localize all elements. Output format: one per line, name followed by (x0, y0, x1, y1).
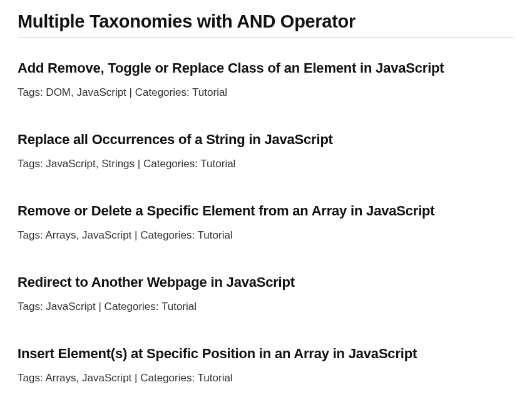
meta-separator: | (135, 158, 143, 170)
post-item: Add Remove, Toggle or Replace Class of a… (18, 60, 514, 99)
categories-label: Categories: (105, 301, 161, 312)
tags-label: Tags: (18, 301, 46, 312)
post-title-link[interactable]: Replace all Occurrences of a String in J… (18, 131, 514, 148)
post-tags[interactable]: JavaScript, Strings (46, 158, 135, 170)
post-title-link[interactable]: Add Remove, Toggle or Replace Class of a… (18, 60, 514, 76)
tags-label: Tags: (18, 86, 46, 98)
post-item: Insert Element(s) at Specific Position i… (18, 346, 514, 384)
meta-separator: | (96, 301, 105, 312)
categories-label: Categories: (135, 86, 192, 98)
post-tags[interactable]: Arrays, JavaScript (45, 229, 131, 241)
meta-separator: | (131, 372, 140, 384)
page-title: Multiple Taxonomies with AND Operator (18, 11, 514, 38)
categories-label: Categories: (140, 229, 197, 241)
post-categories[interactable]: Tutorial (198, 372, 233, 384)
post-tags[interactable]: DOM, JavaScript (46, 86, 126, 98)
post-categories[interactable]: Tutorial (192, 86, 227, 98)
tags-label: Tags: (18, 372, 45, 384)
post-categories[interactable]: Tutorial (200, 158, 235, 170)
post-meta: Tags: DOM, JavaScript | Categories: Tuto… (18, 86, 514, 99)
post-item: Remove or Delete a Specific Element from… (18, 203, 514, 242)
post-meta: Tags: Arrays, JavaScript | Categories: T… (18, 372, 514, 384)
post-title-link[interactable]: Remove or Delete a Specific Element from… (18, 203, 514, 219)
post-title-link[interactable]: Redirect to Another Webpage in JavaScrip… (18, 274, 514, 291)
meta-separator: | (126, 86, 135, 98)
post-tags[interactable]: JavaScript (46, 301, 95, 312)
post-item: Replace all Occurrences of a String in J… (18, 131, 514, 170)
post-categories[interactable]: Tutorial (198, 229, 233, 241)
meta-separator: | (131, 229, 140, 241)
post-title-link[interactable]: Insert Element(s) at Specific Position i… (18, 346, 514, 362)
post-tags[interactable]: Arrays, JavaScript (45, 372, 131, 384)
post-meta: Tags: JavaScript | Categories: Tutorial (18, 301, 514, 313)
categories-label: Categories: (143, 158, 200, 170)
categories-label: Categories: (140, 372, 197, 384)
tags-label: Tags: (18, 229, 45, 241)
post-meta: Tags: JavaScript, Strings | Categories: … (18, 158, 514, 170)
post-meta: Tags: Arrays, JavaScript | Categories: T… (18, 229, 514, 242)
tags-label: Tags: (18, 158, 46, 170)
post-categories[interactable]: Tutorial (161, 301, 197, 312)
post-item: Redirect to Another Webpage in JavaScrip… (18, 274, 514, 313)
